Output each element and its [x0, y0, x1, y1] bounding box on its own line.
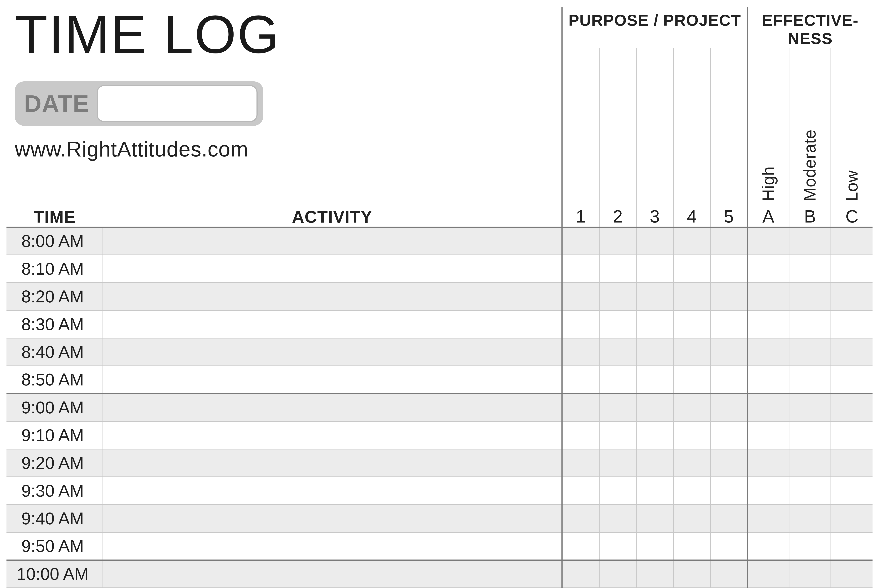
- purpose-cell[interactable]: [599, 477, 636, 505]
- effectiveness-cell[interactable]: [747, 560, 789, 588]
- purpose-cell[interactable]: [599, 505, 636, 532]
- effectiveness-cell[interactable]: [747, 449, 789, 477]
- activity-cell[interactable]: [103, 560, 562, 588]
- purpose-cell[interactable]: [599, 255, 636, 283]
- purpose-cell[interactable]: [711, 532, 747, 560]
- effectiveness-cell[interactable]: [789, 255, 831, 283]
- purpose-cell[interactable]: [599, 560, 636, 588]
- effectiveness-cell[interactable]: [747, 227, 789, 255]
- purpose-cell[interactable]: [599, 449, 636, 477]
- effectiveness-cell[interactable]: [831, 505, 873, 532]
- effectiveness-cell[interactable]: [747, 283, 789, 310]
- effectiveness-cell[interactable]: [747, 338, 789, 366]
- effectiveness-cell[interactable]: [789, 449, 831, 477]
- effectiveness-cell[interactable]: [789, 477, 831, 505]
- purpose-cell[interactable]: [599, 366, 636, 394]
- purpose-cell[interactable]: [562, 338, 599, 366]
- purpose-cell[interactable]: [673, 283, 710, 310]
- purpose-cell[interactable]: [562, 477, 599, 505]
- purpose-cell[interactable]: [711, 560, 747, 588]
- effectiveness-cell[interactable]: [747, 422, 789, 449]
- purpose-cell[interactable]: [636, 283, 673, 310]
- effectiveness-cell[interactable]: [789, 394, 831, 422]
- purpose-cell[interactable]: [636, 394, 673, 422]
- effectiveness-cell[interactable]: [789, 338, 831, 366]
- purpose-cell[interactable]: [711, 394, 747, 422]
- purpose-cell[interactable]: [711, 283, 747, 310]
- purpose-cell[interactable]: [636, 366, 673, 394]
- activity-cell[interactable]: [103, 422, 562, 449]
- activity-cell[interactable]: [103, 338, 562, 366]
- purpose-cell[interactable]: [711, 449, 747, 477]
- purpose-cell[interactable]: [562, 366, 599, 394]
- purpose-cell[interactable]: [673, 560, 710, 588]
- effectiveness-cell[interactable]: [747, 532, 789, 560]
- purpose-cell[interactable]: [562, 283, 599, 310]
- purpose-cell[interactable]: [711, 366, 747, 394]
- purpose-cell[interactable]: [599, 394, 636, 422]
- purpose-cell[interactable]: [599, 532, 636, 560]
- effectiveness-cell[interactable]: [831, 310, 873, 338]
- purpose-cell[interactable]: [599, 227, 636, 255]
- purpose-cell[interactable]: [599, 283, 636, 310]
- purpose-cell[interactable]: [599, 310, 636, 338]
- activity-cell[interactable]: [103, 255, 562, 283]
- effectiveness-cell[interactable]: [831, 560, 873, 588]
- activity-cell[interactable]: [103, 449, 562, 477]
- purpose-cell[interactable]: [636, 505, 673, 532]
- effectiveness-cell[interactable]: [831, 366, 873, 394]
- purpose-cell[interactable]: [636, 310, 673, 338]
- purpose-cell[interactable]: [562, 255, 599, 283]
- effectiveness-cell[interactable]: [747, 394, 789, 422]
- effectiveness-cell[interactable]: [789, 505, 831, 532]
- purpose-cell[interactable]: [599, 422, 636, 449]
- purpose-cell[interactable]: [673, 227, 710, 255]
- effectiveness-cell[interactable]: [789, 283, 831, 310]
- purpose-cell[interactable]: [562, 310, 599, 338]
- purpose-cell[interactable]: [636, 422, 673, 449]
- effectiveness-cell[interactable]: [789, 366, 831, 394]
- purpose-cell[interactable]: [562, 422, 599, 449]
- purpose-cell[interactable]: [711, 477, 747, 505]
- purpose-cell[interactable]: [636, 532, 673, 560]
- purpose-cell[interactable]: [562, 449, 599, 477]
- purpose-cell[interactable]: [636, 449, 673, 477]
- purpose-cell[interactable]: [673, 532, 710, 560]
- effectiveness-cell[interactable]: [789, 422, 831, 449]
- activity-cell[interactable]: [103, 394, 562, 422]
- activity-cell[interactable]: [103, 310, 562, 338]
- purpose-cell[interactable]: [711, 422, 747, 449]
- purpose-cell[interactable]: [711, 227, 747, 255]
- activity-cell[interactable]: [103, 532, 562, 560]
- purpose-cell[interactable]: [636, 560, 673, 588]
- purpose-cell[interactable]: [673, 477, 710, 505]
- purpose-cell[interactable]: [562, 560, 599, 588]
- effectiveness-cell[interactable]: [831, 227, 873, 255]
- purpose-cell[interactable]: [673, 310, 710, 338]
- effectiveness-cell[interactable]: [789, 560, 831, 588]
- effectiveness-cell[interactable]: [831, 449, 873, 477]
- purpose-cell[interactable]: [711, 310, 747, 338]
- effectiveness-cell[interactable]: [747, 477, 789, 505]
- effectiveness-cell[interactable]: [747, 505, 789, 532]
- purpose-cell[interactable]: [562, 532, 599, 560]
- effectiveness-cell[interactable]: [789, 227, 831, 255]
- effectiveness-cell[interactable]: [831, 422, 873, 449]
- effectiveness-cell[interactable]: [789, 532, 831, 560]
- activity-cell[interactable]: [103, 505, 562, 532]
- effectiveness-cell[interactable]: [831, 477, 873, 505]
- purpose-cell[interactable]: [636, 338, 673, 366]
- purpose-cell[interactable]: [673, 422, 710, 449]
- purpose-cell[interactable]: [673, 449, 710, 477]
- activity-cell[interactable]: [103, 227, 562, 255]
- purpose-cell[interactable]: [599, 338, 636, 366]
- purpose-cell[interactable]: [636, 255, 673, 283]
- effectiveness-cell[interactable]: [747, 310, 789, 338]
- purpose-cell[interactable]: [711, 338, 747, 366]
- purpose-cell[interactable]: [673, 505, 710, 532]
- effectiveness-cell[interactable]: [831, 394, 873, 422]
- purpose-cell[interactable]: [711, 505, 747, 532]
- purpose-cell[interactable]: [673, 338, 710, 366]
- purpose-cell[interactable]: [673, 394, 710, 422]
- effectiveness-cell[interactable]: [831, 338, 873, 366]
